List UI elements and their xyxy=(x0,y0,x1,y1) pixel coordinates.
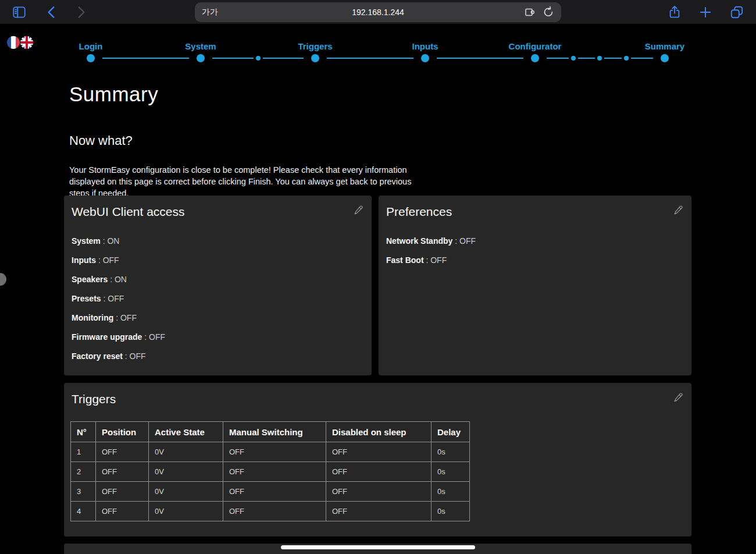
extensions-puzzle-icon[interactable] xyxy=(523,5,537,19)
table-row: 3 OFF 0V OFF OFF 0s xyxy=(71,482,470,502)
column-header: Manual Switching xyxy=(223,422,326,442)
setting-row: SpeakersON xyxy=(72,275,165,294)
setting-row: Fast BootOFF xyxy=(386,255,476,275)
intro-text: Your StormEasy configuration is close to… xyxy=(69,164,429,199)
card-title: Preferences xyxy=(386,205,452,219)
preferences-card: Preferences Network StandbyOFF Fast Boot… xyxy=(379,196,691,375)
stepper-line xyxy=(327,58,413,59)
table-row: 4 OFF 0V OFF OFF 0s xyxy=(71,502,470,521)
page-title: Summary xyxy=(69,83,158,106)
uk-flag-icon[interactable] xyxy=(20,36,33,49)
pencil-icon[interactable] xyxy=(673,392,684,403)
step-dot-system[interactable] xyxy=(197,54,205,62)
stepper-line xyxy=(212,58,254,59)
step-dot-inputs[interactable] xyxy=(421,54,429,62)
card-title: Triggers xyxy=(72,392,116,406)
step-summary[interactable]: Summary xyxy=(645,41,684,52)
step-system[interactable]: System xyxy=(185,41,216,52)
browser-toolbar: 가가 192.168.1.244 xyxy=(0,0,756,24)
settings-list: SystemON InputsOFF SpeakersON PresetsOFF… xyxy=(72,236,165,371)
table-row: 2 OFF 0V OFF OFF 0s xyxy=(71,462,470,482)
step-label[interactable]: System xyxy=(185,41,216,51)
setting-row: Firmware upgradeOFF xyxy=(72,332,165,351)
screen: 가가 192.168.1.244 xyxy=(0,0,756,554)
stepper-line xyxy=(604,58,622,59)
home-indicator[interactable] xyxy=(281,545,475,549)
step-label[interactable]: Triggers xyxy=(298,41,332,51)
settings-list: Network StandbyOFF Fast BootOFF xyxy=(386,236,476,275)
setting-row: Factory resetOFF xyxy=(72,351,165,371)
step-label[interactable]: Summary xyxy=(645,41,684,51)
pencil-icon[interactable] xyxy=(673,205,684,216)
reload-icon[interactable] xyxy=(541,5,555,19)
side-drawer-handle[interactable] xyxy=(0,273,6,286)
column-header: Position xyxy=(96,422,149,442)
url-text: 192.168.1.244 xyxy=(195,8,561,17)
table-header-row: N° Position Active State Manual Switchin… xyxy=(71,422,470,442)
tabs-overview-icon[interactable] xyxy=(729,5,744,20)
setting-row: Network StandbyOFF xyxy=(386,236,476,255)
substep-dot xyxy=(624,56,629,61)
setting-row: SystemON xyxy=(72,236,165,255)
sidebar-icon[interactable] xyxy=(12,5,27,20)
stepper-line xyxy=(437,58,523,59)
step-triggers[interactable]: Triggers xyxy=(298,41,332,52)
step-dot-triggers[interactable] xyxy=(311,54,319,62)
stepper-line xyxy=(263,58,304,59)
french-flag-icon[interactable] xyxy=(7,36,20,49)
column-header: Active State xyxy=(149,422,223,442)
card-title: WebUI Client access xyxy=(72,205,185,219)
stepper-line xyxy=(578,58,595,59)
share-icon[interactable] xyxy=(667,5,682,20)
setting-row: PresetsOFF xyxy=(72,294,165,313)
step-dot-login[interactable] xyxy=(87,54,95,62)
substep-dot xyxy=(256,56,261,61)
back-icon[interactable] xyxy=(44,5,59,20)
webui-client-access-card: WebUI Client access SystemON InputsOFF S… xyxy=(64,196,372,375)
step-dot-configurator[interactable] xyxy=(531,54,539,62)
setting-row: InputsOFF xyxy=(72,255,165,275)
column-header: N° xyxy=(71,422,96,442)
step-label[interactable]: Login xyxy=(79,41,103,51)
new-tab-plus-icon[interactable] xyxy=(698,5,713,20)
triggers-card: Triggers N° Position Active State Manual… xyxy=(64,383,691,537)
table-row: 1 OFF 0V OFF OFF 0s xyxy=(71,442,470,462)
step-label[interactable]: Inputs xyxy=(412,41,438,51)
forward-icon[interactable] xyxy=(73,5,88,20)
stepper-line xyxy=(631,58,653,59)
substep-dot xyxy=(571,56,576,61)
column-header: Disabled on sleep xyxy=(326,422,432,442)
pencil-icon[interactable] xyxy=(353,205,364,216)
substep-dot xyxy=(597,56,602,61)
triggers-table: N° Position Active State Manual Switchin… xyxy=(70,421,470,521)
stepper-line xyxy=(102,58,189,59)
section-heading: Now what? xyxy=(69,133,133,148)
step-label[interactable]: Configurator xyxy=(509,41,562,51)
address-bar[interactable]: 가가 192.168.1.244 xyxy=(195,2,561,22)
stepper-line xyxy=(547,58,569,59)
setting-row: MonitoringOFF xyxy=(72,313,165,332)
step-configurator[interactable]: Configurator xyxy=(509,41,562,52)
step-login[interactable]: Login xyxy=(79,41,103,52)
step-inputs[interactable]: Inputs xyxy=(412,41,438,52)
step-dot-summary[interactable] xyxy=(661,54,669,62)
column-header: Delay xyxy=(432,422,470,442)
